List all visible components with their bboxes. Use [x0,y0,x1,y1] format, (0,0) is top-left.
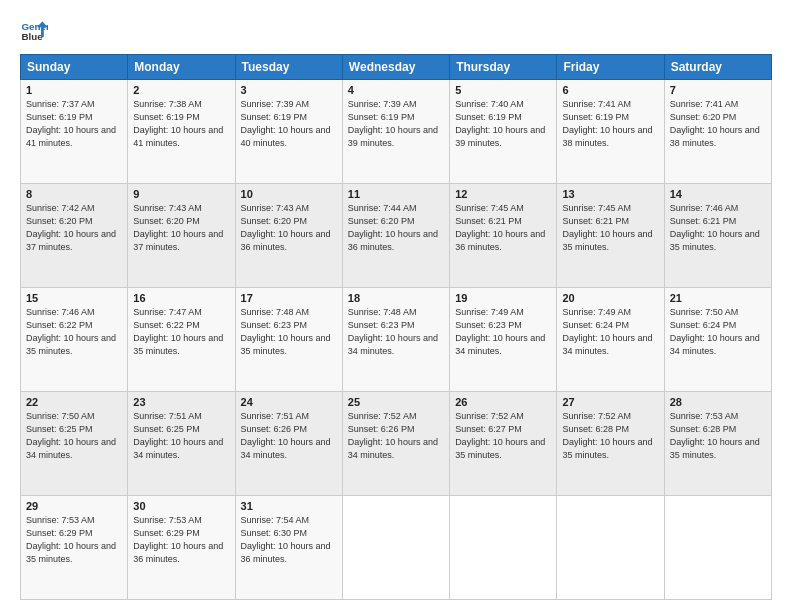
day-info: Sunrise: 7:44 AM Sunset: 6:20 PM Dayligh… [348,202,444,254]
day-info: Sunrise: 7:41 AM Sunset: 6:20 PM Dayligh… [670,98,766,150]
day-cell: 30 Sunrise: 7:53 AM Sunset: 6:29 PM Dayl… [128,496,235,600]
day-number: 27 [562,396,658,408]
day-cell: 27 Sunrise: 7:52 AM Sunset: 6:28 PM Dayl… [557,392,664,496]
day-number: 3 [241,84,337,96]
day-number: 20 [562,292,658,304]
day-number: 16 [133,292,229,304]
day-info: Sunrise: 7:45 AM Sunset: 6:21 PM Dayligh… [455,202,551,254]
day-info: Sunrise: 7:39 AM Sunset: 6:19 PM Dayligh… [348,98,444,150]
day-number: 6 [562,84,658,96]
day-cell [342,496,449,600]
day-info: Sunrise: 7:46 AM Sunset: 6:21 PM Dayligh… [670,202,766,254]
day-info: Sunrise: 7:43 AM Sunset: 6:20 PM Dayligh… [133,202,229,254]
day-info: Sunrise: 7:41 AM Sunset: 6:19 PM Dayligh… [562,98,658,150]
day-cell: 4 Sunrise: 7:39 AM Sunset: 6:19 PM Dayli… [342,80,449,184]
day-cell: 23 Sunrise: 7:51 AM Sunset: 6:25 PM Dayl… [128,392,235,496]
day-number: 31 [241,500,337,512]
day-cell: 5 Sunrise: 7:40 AM Sunset: 6:19 PM Dayli… [450,80,557,184]
day-cell [450,496,557,600]
day-info: Sunrise: 7:49 AM Sunset: 6:23 PM Dayligh… [455,306,551,358]
day-cell [664,496,771,600]
day-number: 23 [133,396,229,408]
day-cell: 1 Sunrise: 7:37 AM Sunset: 6:19 PM Dayli… [21,80,128,184]
day-number: 5 [455,84,551,96]
week-row-1: 1 Sunrise: 7:37 AM Sunset: 6:19 PM Dayli… [21,80,772,184]
day-number: 26 [455,396,551,408]
day-cell: 29 Sunrise: 7:53 AM Sunset: 6:29 PM Dayl… [21,496,128,600]
day-cell: 28 Sunrise: 7:53 AM Sunset: 6:28 PM Dayl… [664,392,771,496]
day-number: 13 [562,188,658,200]
day-info: Sunrise: 7:54 AM Sunset: 6:30 PM Dayligh… [241,514,337,566]
day-info: Sunrise: 7:45 AM Sunset: 6:21 PM Dayligh… [562,202,658,254]
day-number: 11 [348,188,444,200]
day-number: 4 [348,84,444,96]
day-cell: 13 Sunrise: 7:45 AM Sunset: 6:21 PM Dayl… [557,184,664,288]
logo-icon: General Blue [20,16,48,44]
day-number: 12 [455,188,551,200]
logo: General Blue [20,16,52,44]
day-cell: 19 Sunrise: 7:49 AM Sunset: 6:23 PM Dayl… [450,288,557,392]
day-info: Sunrise: 7:40 AM Sunset: 6:19 PM Dayligh… [455,98,551,150]
day-number: 24 [241,396,337,408]
day-info: Sunrise: 7:38 AM Sunset: 6:19 PM Dayligh… [133,98,229,150]
day-number: 17 [241,292,337,304]
day-cell: 8 Sunrise: 7:42 AM Sunset: 6:20 PM Dayli… [21,184,128,288]
day-info: Sunrise: 7:43 AM Sunset: 6:20 PM Dayligh… [241,202,337,254]
day-cell: 21 Sunrise: 7:50 AM Sunset: 6:24 PM Dayl… [664,288,771,392]
day-info: Sunrise: 7:52 AM Sunset: 6:28 PM Dayligh… [562,410,658,462]
day-cell: 15 Sunrise: 7:46 AM Sunset: 6:22 PM Dayl… [21,288,128,392]
day-info: Sunrise: 7:48 AM Sunset: 6:23 PM Dayligh… [241,306,337,358]
day-number: 10 [241,188,337,200]
header-row: SundayMondayTuesdayWednesdayThursdayFrid… [21,55,772,80]
header: General Blue [20,16,772,44]
day-info: Sunrise: 7:48 AM Sunset: 6:23 PM Dayligh… [348,306,444,358]
day-number: 9 [133,188,229,200]
day-number: 22 [26,396,122,408]
day-number: 15 [26,292,122,304]
day-cell: 26 Sunrise: 7:52 AM Sunset: 6:27 PM Dayl… [450,392,557,496]
day-cell: 22 Sunrise: 7:50 AM Sunset: 6:25 PM Dayl… [21,392,128,496]
day-cell: 18 Sunrise: 7:48 AM Sunset: 6:23 PM Dayl… [342,288,449,392]
day-info: Sunrise: 7:53 AM Sunset: 6:29 PM Dayligh… [133,514,229,566]
day-number: 21 [670,292,766,304]
day-info: Sunrise: 7:50 AM Sunset: 6:24 PM Dayligh… [670,306,766,358]
day-cell: 2 Sunrise: 7:38 AM Sunset: 6:19 PM Dayli… [128,80,235,184]
day-info: Sunrise: 7:47 AM Sunset: 6:22 PM Dayligh… [133,306,229,358]
day-cell [557,496,664,600]
day-info: Sunrise: 7:51 AM Sunset: 6:26 PM Dayligh… [241,410,337,462]
day-info: Sunrise: 7:52 AM Sunset: 6:26 PM Dayligh… [348,410,444,462]
day-info: Sunrise: 7:39 AM Sunset: 6:19 PM Dayligh… [241,98,337,150]
day-number: 2 [133,84,229,96]
column-header-tuesday: Tuesday [235,55,342,80]
column-header-saturday: Saturday [664,55,771,80]
day-cell: 14 Sunrise: 7:46 AM Sunset: 6:21 PM Dayl… [664,184,771,288]
day-number: 14 [670,188,766,200]
day-cell: 9 Sunrise: 7:43 AM Sunset: 6:20 PM Dayli… [128,184,235,288]
day-number: 30 [133,500,229,512]
column-header-thursday: Thursday [450,55,557,80]
day-info: Sunrise: 7:42 AM Sunset: 6:20 PM Dayligh… [26,202,122,254]
day-number: 7 [670,84,766,96]
svg-text:Blue: Blue [21,31,43,42]
week-row-4: 22 Sunrise: 7:50 AM Sunset: 6:25 PM Dayl… [21,392,772,496]
page: General Blue SundayMondayTuesdayWednesda… [0,0,792,612]
day-info: Sunrise: 7:46 AM Sunset: 6:22 PM Dayligh… [26,306,122,358]
day-cell: 25 Sunrise: 7:52 AM Sunset: 6:26 PM Dayl… [342,392,449,496]
day-info: Sunrise: 7:37 AM Sunset: 6:19 PM Dayligh… [26,98,122,150]
day-cell: 17 Sunrise: 7:48 AM Sunset: 6:23 PM Dayl… [235,288,342,392]
column-header-monday: Monday [128,55,235,80]
day-info: Sunrise: 7:49 AM Sunset: 6:24 PM Dayligh… [562,306,658,358]
day-info: Sunrise: 7:50 AM Sunset: 6:25 PM Dayligh… [26,410,122,462]
day-cell: 3 Sunrise: 7:39 AM Sunset: 6:19 PM Dayli… [235,80,342,184]
column-header-friday: Friday [557,55,664,80]
day-number: 29 [26,500,122,512]
week-row-2: 8 Sunrise: 7:42 AM Sunset: 6:20 PM Dayli… [21,184,772,288]
day-number: 18 [348,292,444,304]
calendar-table: SundayMondayTuesdayWednesdayThursdayFrid… [20,54,772,600]
column-header-sunday: Sunday [21,55,128,80]
day-cell: 6 Sunrise: 7:41 AM Sunset: 6:19 PM Dayli… [557,80,664,184]
day-number: 8 [26,188,122,200]
day-cell: 10 Sunrise: 7:43 AM Sunset: 6:20 PM Dayl… [235,184,342,288]
day-cell: 16 Sunrise: 7:47 AM Sunset: 6:22 PM Dayl… [128,288,235,392]
day-cell: 24 Sunrise: 7:51 AM Sunset: 6:26 PM Dayl… [235,392,342,496]
